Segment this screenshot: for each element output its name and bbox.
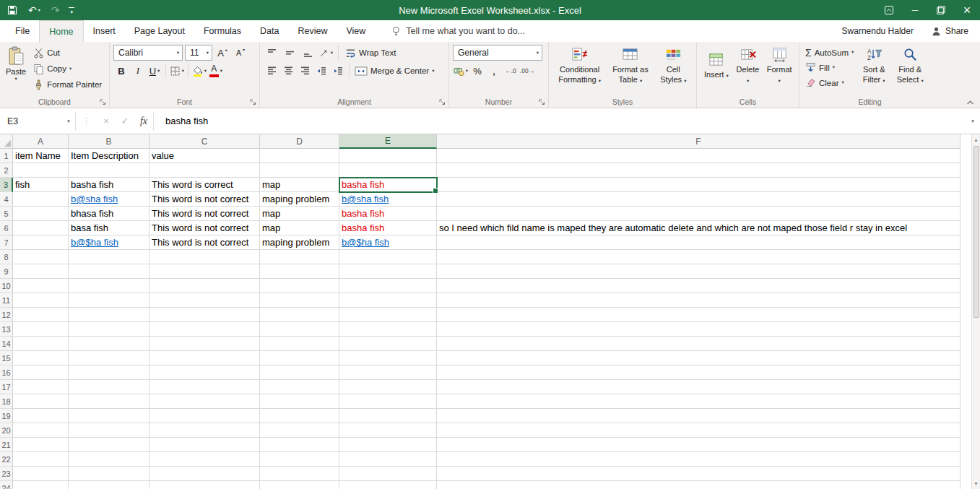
cell-E10[interactable] [339, 279, 437, 293]
select-all-corner[interactable] [0, 134, 13, 149]
cell-A22[interactable] [13, 452, 69, 467]
ribbon-display-options-button[interactable] [876, 0, 902, 20]
cell-A23[interactable] [13, 467, 69, 481]
row-header-23[interactable]: 23 [0, 467, 13, 481]
cell-F23[interactable] [437, 467, 961, 481]
cell-B6[interactable]: basa fish [69, 221, 149, 235]
cell-B20[interactable] [69, 423, 149, 438]
sort-filter-button[interactable]: A Z Sort & Filter ▾ [856, 45, 892, 87]
column-header-e[interactable]: E [339, 134, 437, 149]
name-box-caret-icon[interactable]: ▾ [62, 118, 75, 124]
cell-A20[interactable] [13, 423, 69, 438]
cell-C11[interactable] [149, 293, 260, 308]
row-header-12[interactable]: 12 [0, 308, 13, 322]
tab-data[interactable]: Data [251, 20, 288, 42]
cell-F16[interactable] [437, 365, 961, 380]
cell-A19[interactable] [13, 409, 69, 423]
italic-button[interactable]: I [130, 63, 146, 79]
row-header-17[interactable]: 17 [0, 380, 13, 394]
cell-E15[interactable] [339, 351, 437, 365]
cell-A9[interactable] [13, 264, 69, 279]
tab-insert[interactable]: Insert [84, 20, 125, 42]
comma-style-button[interactable]: , [486, 63, 502, 79]
cell-E1[interactable] [339, 149, 437, 163]
row-header-21[interactable]: 21 [0, 438, 13, 452]
borders-button[interactable]: ▾ [169, 63, 185, 79]
row-header-24[interactable]: 24 [0, 481, 13, 489]
decrease-font-size-button[interactable]: A ▾ [233, 45, 248, 61]
conditional-formatting-button[interactable]: Conditional Formatting ▾ [552, 45, 607, 87]
row-header-14[interactable]: 14 [0, 337, 13, 351]
cell-E24[interactable] [339, 481, 437, 489]
cell-C6[interactable]: This word is not correct [149, 221, 260, 235]
fill-color-button[interactable]: ▾ [191, 63, 207, 79]
restore-button[interactable] [928, 0, 954, 20]
cell-B17[interactable] [69, 380, 149, 394]
cell-A24[interactable] [13, 481, 69, 489]
cancel-entry-button[interactable]: × [97, 116, 116, 126]
cell-B1[interactable]: Item Description [69, 149, 149, 163]
cell-E17[interactable] [339, 380, 437, 394]
cell-E11[interactable] [339, 293, 437, 308]
cell-F2[interactable] [437, 163, 961, 178]
row-header-6[interactable]: 6 [0, 221, 13, 235]
cell-E18[interactable] [339, 394, 437, 409]
copy-button[interactable]: Copy ▾ [31, 61, 104, 77]
cell-F5[interactable] [437, 207, 961, 221]
cell-E9[interactable] [339, 264, 437, 279]
cell-C7[interactable]: This word is not correct [149, 235, 260, 250]
cell-F3[interactable] [437, 178, 961, 192]
cell-A10[interactable] [13, 279, 69, 293]
cell-B24[interactable] [69, 481, 149, 489]
cell-A7[interactable] [13, 235, 69, 250]
cell-E8[interactable] [339, 250, 437, 264]
cell-D20[interactable] [260, 423, 339, 438]
save-button[interactable] [7, 5, 17, 15]
cell-E4[interactable]: b@sha fish [339, 192, 437, 207]
tab-review[interactable]: Review [288, 20, 337, 42]
align-left-button[interactable] [264, 63, 279, 79]
tab-view[interactable]: View [337, 20, 375, 42]
cell-D13[interactable] [260, 322, 339, 337]
cell-D11[interactable] [260, 293, 339, 308]
collapse-ribbon-button[interactable] [966, 100, 974, 105]
cell-B19[interactable] [69, 409, 149, 423]
cell-D23[interactable] [260, 467, 339, 481]
cell-E6[interactable]: basha fish [339, 221, 437, 235]
cell-E22[interactable] [339, 452, 437, 467]
customize-qat-button[interactable]: ▾ [70, 7, 73, 14]
cell-C18[interactable] [149, 394, 260, 409]
cell-B15[interactable] [69, 351, 149, 365]
bold-button[interactable]: B [113, 63, 129, 79]
cell-C21[interactable] [149, 438, 260, 452]
cell-B8[interactable] [69, 250, 149, 264]
user-name[interactable]: Swarnendu Halder [842, 26, 914, 36]
cell-B11[interactable] [69, 293, 149, 308]
font-color-button[interactable]: A ▾ [208, 63, 224, 79]
cell-D2[interactable] [260, 163, 339, 178]
format-as-table-button[interactable]: Format as Table ▾ [607, 45, 654, 87]
cell-B10[interactable] [69, 279, 149, 293]
cell-D7[interactable]: maping problem [260, 235, 339, 250]
row-header-3[interactable]: 3 [0, 178, 13, 192]
cut-button[interactable]: Cut [31, 45, 104, 61]
column-header-f[interactable]: F [437, 134, 961, 149]
cell-E13[interactable] [339, 322, 437, 337]
cell-C10[interactable] [149, 279, 260, 293]
cell-B4[interactable]: b@sha fish [69, 192, 149, 207]
close-button[interactable]: × [954, 0, 980, 20]
cell-B16[interactable] [69, 365, 149, 380]
cell-B7[interactable]: b@$ha fish [69, 235, 149, 250]
cell-A18[interactable] [13, 394, 69, 409]
column-header-c[interactable]: C [149, 134, 260, 149]
cell-E21[interactable] [339, 438, 437, 452]
cell-E2[interactable] [339, 163, 437, 178]
cell-A5[interactable] [13, 207, 69, 221]
cell-B21[interactable] [69, 438, 149, 452]
confirm-entry-button[interactable]: ✓ [116, 116, 134, 126]
insert-function-button[interactable]: fx [134, 116, 153, 127]
cell-styles-button[interactable]: Cell Styles ▾ [654, 45, 693, 87]
cell-F21[interactable] [437, 438, 961, 452]
cell-D22[interactable] [260, 452, 339, 467]
cell-A8[interactable] [13, 250, 69, 264]
